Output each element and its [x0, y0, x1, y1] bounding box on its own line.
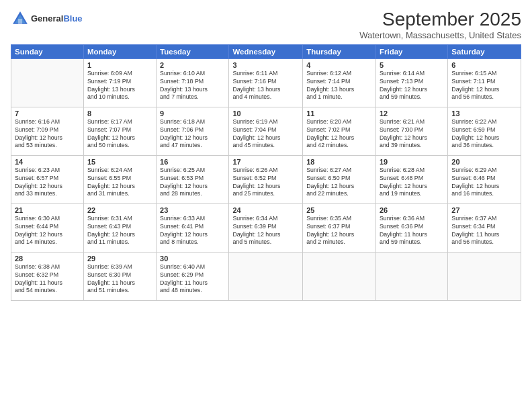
calendar-cell: 11Sunrise: 6:20 AM Sunset: 7:02 PM Dayli… — [303, 107, 376, 155]
day-info: Sunrise: 6:34 AM Sunset: 6:39 PM Dayligh… — [232, 215, 299, 247]
calendar-cell: 7Sunrise: 6:16 AM Sunset: 7:09 PM Daylig… — [11, 107, 84, 155]
day-number: 26 — [380, 206, 444, 214]
calendar-cell: 25Sunrise: 6:35 AM Sunset: 6:37 PM Dayli… — [303, 203, 376, 252]
day-info: Sunrise: 6:19 AM Sunset: 7:04 PM Dayligh… — [232, 118, 299, 150]
col-monday: Monday — [83, 44, 156, 58]
calendar-cell — [11, 58, 84, 107]
day-info: Sunrise: 6:12 AM Sunset: 7:14 PM Dayligh… — [306, 70, 372, 102]
calendar-cell: 15Sunrise: 6:24 AM Sunset: 6:55 PM Dayli… — [83, 155, 156, 203]
calendar-cell: 29Sunrise: 6:39 AM Sunset: 6:30 PM Dayli… — [83, 252, 156, 300]
week-row-2: 14Sunrise: 6:23 AM Sunset: 6:57 PM Dayli… — [11, 155, 521, 203]
calendar-cell: 24Sunrise: 6:34 AM Sunset: 6:39 PM Dayli… — [229, 203, 303, 252]
logo-icon — [11, 9, 30, 28]
day-info: Sunrise: 6:26 AM Sunset: 6:52 PM Dayligh… — [232, 167, 299, 199]
col-saturday: Saturday — [448, 44, 521, 58]
day-info: Sunrise: 6:30 AM Sunset: 6:44 PM Dayligh… — [15, 215, 80, 247]
calendar-cell: 19Sunrise: 6:28 AM Sunset: 6:48 PM Dayli… — [375, 155, 447, 203]
calendar-cell — [229, 252, 303, 300]
logo: GeneralBlue — [11, 9, 83, 28]
calendar-cell: 14Sunrise: 6:23 AM Sunset: 6:57 PM Dayli… — [11, 155, 84, 203]
day-number: 17 — [232, 158, 299, 166]
day-number: 5 — [380, 61, 444, 69]
day-number: 3 — [232, 61, 299, 69]
day-info: Sunrise: 6:11 AM Sunset: 7:16 PM Dayligh… — [232, 70, 299, 102]
calendar-cell: 20Sunrise: 6:29 AM Sunset: 6:46 PM Dayli… — [448, 155, 521, 203]
day-number: 21 — [15, 206, 80, 214]
calendar: Sunday Monday Tuesday Wednesday Thursday… — [11, 44, 521, 301]
day-info: Sunrise: 6:25 AM Sunset: 6:53 PM Dayligh… — [160, 167, 225, 199]
header: GeneralBlue September 2025 Watertown, Ma… — [11, 9, 521, 40]
day-info: Sunrise: 6:36 AM Sunset: 6:36 PM Dayligh… — [380, 215, 444, 247]
day-info: Sunrise: 6:15 AM Sunset: 7:11 PM Dayligh… — [451, 70, 517, 102]
logo-blue: Blue — [63, 13, 82, 24]
day-info: Sunrise: 6:27 AM Sunset: 6:50 PM Dayligh… — [306, 167, 372, 199]
day-info: Sunrise: 6:22 AM Sunset: 6:59 PM Dayligh… — [451, 118, 517, 150]
day-number: 28 — [15, 255, 80, 263]
calendar-cell: 13Sunrise: 6:22 AM Sunset: 6:59 PM Dayli… — [448, 107, 521, 155]
day-number: 4 — [306, 61, 372, 69]
calendar-cell: 10Sunrise: 6:19 AM Sunset: 7:04 PM Dayli… — [229, 107, 303, 155]
day-number: 20 — [451, 158, 517, 166]
day-number: 11 — [306, 109, 372, 118]
day-number: 19 — [380, 158, 444, 166]
calendar-cell — [375, 252, 447, 300]
col-sunday: Sunday — [11, 44, 84, 58]
day-number: 2 — [160, 61, 225, 69]
day-number: 13 — [451, 109, 517, 118]
day-number: 12 — [380, 109, 444, 118]
col-thursday: Thursday — [303, 44, 376, 58]
day-info: Sunrise: 6:10 AM Sunset: 7:18 PM Dayligh… — [160, 70, 225, 102]
week-row-1: 7Sunrise: 6:16 AM Sunset: 7:09 PM Daylig… — [11, 107, 521, 155]
day-info: Sunrise: 6:31 AM Sunset: 6:43 PM Dayligh… — [87, 215, 152, 247]
calendar-cell: 16Sunrise: 6:25 AM Sunset: 6:53 PM Dayli… — [157, 155, 229, 203]
day-info: Sunrise: 6:40 AM Sunset: 6:29 PM Dayligh… — [160, 263, 225, 295]
calendar-cell: 4Sunrise: 6:12 AM Sunset: 7:14 PM Daylig… — [303, 58, 376, 107]
day-number: 14 — [15, 158, 80, 166]
month-title: September 2025 — [359, 9, 521, 30]
day-number: 1 — [87, 61, 152, 69]
day-number: 22 — [87, 206, 152, 214]
day-number: 25 — [306, 206, 372, 214]
week-row-4: 28Sunrise: 6:38 AM Sunset: 6:32 PM Dayli… — [11, 252, 521, 300]
col-friday: Friday — [375, 44, 447, 58]
day-info: Sunrise: 6:24 AM Sunset: 6:55 PM Dayligh… — [87, 167, 152, 199]
week-row-0: 1Sunrise: 6:09 AM Sunset: 7:19 PM Daylig… — [11, 58, 521, 107]
day-info: Sunrise: 6:21 AM Sunset: 7:00 PM Dayligh… — [380, 118, 444, 150]
calendar-cell: 30Sunrise: 6:40 AM Sunset: 6:29 PM Dayli… — [157, 252, 229, 300]
title-block: September 2025 Watertown, Massachusetts,… — [359, 9, 521, 40]
calendar-cell: 8Sunrise: 6:17 AM Sunset: 7:07 PM Daylig… — [83, 107, 156, 155]
day-info: Sunrise: 6:38 AM Sunset: 6:32 PM Dayligh… — [15, 263, 80, 295]
day-number: 18 — [306, 158, 372, 166]
calendar-cell — [448, 252, 521, 300]
day-info: Sunrise: 6:33 AM Sunset: 6:41 PM Dayligh… — [160, 215, 225, 247]
day-number: 10 — [232, 109, 299, 118]
day-info: Sunrise: 6:17 AM Sunset: 7:07 PM Dayligh… — [87, 118, 152, 150]
day-number: 8 — [87, 109, 152, 118]
day-number: 15 — [87, 158, 152, 166]
calendar-cell: 2Sunrise: 6:10 AM Sunset: 7:18 PM Daylig… — [157, 58, 229, 107]
day-info: Sunrise: 6:14 AM Sunset: 7:13 PM Dayligh… — [380, 70, 444, 102]
logo-general: General — [31, 13, 63, 24]
day-info: Sunrise: 6:28 AM Sunset: 6:48 PM Dayligh… — [380, 167, 444, 199]
day-info: Sunrise: 6:18 AM Sunset: 7:06 PM Dayligh… — [160, 118, 225, 150]
col-wednesday: Wednesday — [229, 44, 303, 58]
day-number: 16 — [160, 158, 225, 166]
calendar-cell: 21Sunrise: 6:30 AM Sunset: 6:44 PM Dayli… — [11, 203, 84, 252]
day-number: 24 — [232, 206, 299, 214]
day-info: Sunrise: 6:09 AM Sunset: 7:19 PM Dayligh… — [87, 70, 152, 102]
calendar-cell: 22Sunrise: 6:31 AM Sunset: 6:43 PM Dayli… — [83, 203, 156, 252]
day-info: Sunrise: 6:20 AM Sunset: 7:02 PM Dayligh… — [306, 118, 372, 150]
day-number: 23 — [160, 206, 225, 214]
day-number: 30 — [160, 255, 225, 263]
week-row-3: 21Sunrise: 6:30 AM Sunset: 6:44 PM Dayli… — [11, 203, 521, 252]
day-number: 7 — [15, 109, 80, 118]
col-tuesday: Tuesday — [157, 44, 229, 58]
calendar-cell: 9Sunrise: 6:18 AM Sunset: 7:06 PM Daylig… — [157, 107, 229, 155]
calendar-cell: 18Sunrise: 6:27 AM Sunset: 6:50 PM Dayli… — [303, 155, 376, 203]
calendar-cell — [303, 252, 376, 300]
calendar-cell: 6Sunrise: 6:15 AM Sunset: 7:11 PM Daylig… — [448, 58, 521, 107]
day-info: Sunrise: 6:35 AM Sunset: 6:37 PM Dayligh… — [306, 215, 372, 247]
calendar-cell: 27Sunrise: 6:37 AM Sunset: 6:34 PM Dayli… — [448, 203, 521, 252]
svg-rect-2 — [18, 19, 22, 24]
day-number: 29 — [87, 255, 152, 263]
